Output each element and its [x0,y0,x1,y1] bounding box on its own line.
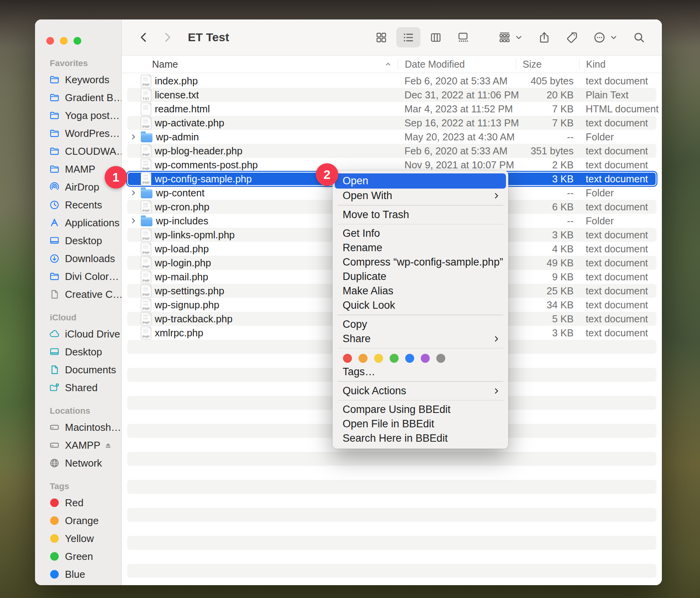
green-tag-dot[interactable] [390,354,399,363]
file-icon [141,75,151,87]
file-row-index-php[interactable]: index.phpFeb 6, 2020 at 5:33 AM405 bytes… [127,74,656,88]
menu-item-duplicate[interactable]: Duplicate [332,269,508,284]
file-size: 405 bytes [516,75,579,87]
file-kind: text document [579,313,656,325]
sidebar-item-documents[interactable]: Documents [35,361,121,379]
sidebar-item-downloads[interactable]: Downloads [35,250,121,268]
sidebar-item-label: Keywords [65,74,109,86]
sidebar-item-network[interactable]: Network [35,454,121,472]
sidebar-item-divi-color[interactable]: Divi Color… [35,268,121,285]
sidebar-tag-orange[interactable]: Orange [35,512,121,530]
close-button[interactable] [46,37,54,45]
menu-item-rename[interactable]: Rename [332,241,508,255]
gray-tag-dot[interactable] [436,354,445,363]
file-row-readme-html[interactable]: readme.htmlMar 4, 2023 at 11:52 PM7 KBHT… [127,102,656,116]
sidebar-tag-yellow[interactable]: Yellow [35,530,121,547]
sidebar-tag-green[interactable]: Green [35,547,121,565]
file-name: wp-content [156,187,205,199]
search-icon[interactable] [633,31,646,44]
menu-item-open-with[interactable]: Open With [332,189,508,203]
sidebar-tag-blue[interactable]: Blue [35,565,121,583]
menu-item-move-to-trash[interactable]: Move to Trash [332,208,508,222]
sidebar-item-desktop[interactable]: Desktop [35,232,121,250]
file-kind: text document [579,159,656,171]
menu-item-tags[interactable]: Tags… [332,365,508,379]
menu-item-open[interactable]: Open [335,173,506,189]
file-row-wp-activate[interactable]: wp-activate.phpSep 16, 2022 at 11:13 PM7… [127,116,656,130]
share-icon[interactable] [538,31,551,44]
disclosure-chevron-icon[interactable] [130,217,137,225]
sidebar-item-icloud-drive[interactable]: iCloud Drive [35,325,121,343]
grid-view-icon [375,31,387,44]
file-row-wp-comments-post[interactable]: wp-comments-post.phpNov 9, 2021 at 10:07… [127,158,656,172]
menu-item-compare-using-bbedit[interactable]: Compare Using BBEdit [332,402,508,417]
menu-item-search-here-in-bbedit[interactable]: Search Here in BBEdit [332,431,508,446]
folder-row-wp-admin[interactable]: wp-adminMay 20, 2023 at 4:30 AM--Folder [127,130,656,144]
eject-icon[interactable] [103,441,113,450]
file-kind: text document [579,117,656,129]
list-view-icon [402,31,415,44]
grid-view-button[interactable] [369,27,393,47]
menu-item-label: Open [343,175,368,187]
sidebar-item-gradient[interactable]: Gradient B… [35,89,121,107]
tag-icon[interactable] [565,31,578,44]
column-header-name[interactable]: Name [127,59,398,70]
file-size: 6 KB [516,201,579,213]
menu-item-quick-actions[interactable]: Quick Actions [332,384,508,398]
sidebar-item-shared[interactable]: Shared [35,379,121,397]
sidebar-item-xampp[interactable]: XAMPP [35,436,121,454]
sidebar-item-recents[interactable]: Recents [35,196,121,214]
column-header-kind[interactable]: Kind [579,59,656,70]
minimize-button[interactable] [60,37,68,45]
sidebar-tag-red[interactable]: Red [35,494,121,512]
menu-item-label: Make Alias [343,285,394,297]
red-tag-dot[interactable] [343,354,352,363]
sidebar: Favorites Keywords Gradient B… Yoga post… [35,19,122,585]
sidebar-item-wordpress[interactable]: WordPres… [35,124,121,142]
more-actions-button[interactable] [593,31,618,44]
list-view-button[interactable] [396,27,420,47]
menu-item-quick-look[interactable]: Quick Look [332,298,508,313]
sidebar-item-cloudways[interactable]: CLOUDWA… [35,142,121,160]
sidebar-item-icloud-desktop[interactable]: Desktop [35,343,121,361]
file-icon [141,173,151,185]
file-row-wp-blog-header[interactable]: wp-blog-header.phpFeb 6, 2020 at 5:33 AM… [127,144,656,158]
zoom-button[interactable] [74,37,81,45]
sidebar-item-applications[interactable]: Applications [35,214,121,232]
file-name: xmlrpc.php [155,327,203,339]
sidebar-item-creative-c[interactable]: Creative C… [35,285,121,303]
file-row-license-txt[interactable]: license.txtDec 31, 2022 at 11:06 PM20 KB… [127,88,656,102]
menu-item-copy[interactable]: Copy [332,317,508,332]
column-header-date-modified[interactable]: Date Modified [398,59,516,70]
file-name: wp-trackback.php [155,313,233,325]
folder-icon [49,74,60,85]
sidebar-item-keywords[interactable]: Keywords [35,71,121,89]
file-icon [141,285,151,297]
gallery-view-button[interactable] [451,27,475,47]
menu-item-share[interactable]: Share [332,332,508,346]
menu-item-label: Quick Look [343,299,395,311]
column-header-size[interactable]: Size [516,59,579,70]
menu-item-open-file-in-bbedit[interactable]: Open File in BBEdit [332,417,508,431]
purple-tag-dot[interactable] [421,354,430,363]
disclosure-chevron-icon[interactable] [130,133,137,141]
file-size: -- [516,215,579,227]
empty-row [127,452,656,466]
sidebar-item-yoga-post[interactable]: Yoga post… [35,107,121,124]
column-view-button[interactable] [424,27,448,47]
back-arrow-icon[interactable] [137,31,150,44]
column-label: Date Modified [405,59,465,70]
menu-item-make-alias[interactable]: Make Alias [332,284,508,298]
sidebar-section-locations: Locations Macintosh… XAMPP Network [35,406,121,472]
disclosure-chevron-icon[interactable] [130,189,137,197]
group-by-button[interactable] [498,31,523,44]
orange-tag-dot[interactable] [359,354,368,363]
folder-icon [49,128,60,139]
sidebar-item-macintosh-hd[interactable]: Macintosh… [35,418,121,436]
sidebar-item-label: Macintosh… [65,421,121,434]
menu-item-compress[interactable]: Compress “wp-config-sample.php” [332,255,508,269]
yellow-tag-dot[interactable] [374,354,383,363]
blue-tag-dot[interactable] [405,354,414,363]
forward-arrow-icon[interactable] [161,31,174,44]
menu-item-get-info[interactable]: Get Info [332,226,508,241]
